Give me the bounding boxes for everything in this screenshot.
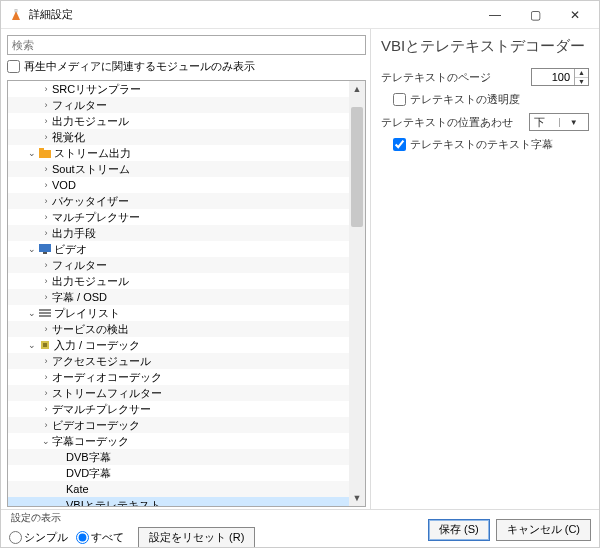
tree-item-label: 入力 / コーデック [54,338,140,353]
tree-item[interactable]: ⌄ストリーム出力 [8,145,349,161]
text-subtitle-checkbox[interactable] [393,138,406,151]
tree-item-label: フィルター [52,98,107,113]
chevron-right-icon[interactable]: › [40,100,52,110]
tree-item[interactable]: DVD字幕 [8,465,349,481]
tree-item-label: Kate [66,483,89,495]
tree-item[interactable]: ›フィルター [8,97,349,113]
chevron-down-icon[interactable]: ⌄ [26,340,38,350]
tree-item[interactable]: ›出力モジュール [8,273,349,289]
tree-item[interactable]: ›アクセスモジュール [8,353,349,369]
tree-item[interactable]: ›視覚化 [8,129,349,145]
tree-item[interactable]: ›サービスの検出 [8,321,349,337]
chevron-right-icon[interactable]: › [40,388,52,398]
radio-all[interactable]: すべて [76,530,124,545]
cancel-button[interactable]: キャンセル (C) [496,519,591,541]
tree-item-label: ビデオ [54,242,87,257]
maximize-button[interactable]: ▢ [515,1,555,29]
transparency-checkbox[interactable] [393,93,406,106]
tree-item-label: 出力モジュール [52,114,129,129]
chevron-right-icon[interactable]: › [40,404,52,414]
alignment-value: 下 [530,115,559,130]
tree-item[interactable]: Kate [8,481,349,497]
chevron-right-icon[interactable]: › [40,84,52,94]
transparency-label: テレテキストの透明度 [410,92,520,107]
teletext-page-input[interactable] [532,69,574,85]
chevron-down-icon[interactable]: ▼ [559,118,589,127]
tree-item[interactable]: VBIとテレテキスト [8,497,349,506]
tree-item[interactable]: ›マルチプレクサー [8,209,349,225]
reset-button[interactable]: 設定をリセット (R) [138,527,255,549]
playlist-icon [38,308,52,318]
tree-item-label: サービスの検出 [52,322,129,337]
chevron-right-icon[interactable]: › [40,196,52,206]
alignment-combo[interactable]: 下 ▼ [529,113,589,131]
tree-item[interactable]: ›ストリームフィルター [8,385,349,401]
tree-item[interactable]: ›デマルチプレクサー [8,401,349,417]
close-button[interactable]: ✕ [555,1,595,29]
chevron-right-icon[interactable]: › [40,228,52,238]
tree-item-label: VOD [52,179,76,191]
chevron-down-icon[interactable]: ⌄ [26,308,38,318]
tree-item[interactable]: ⌄プレイリスト [8,305,349,321]
tree-item[interactable]: ⌄入力 / コーデック [8,337,349,353]
tree-item[interactable]: ⌄字幕コーデック [8,433,349,449]
chevron-right-icon[interactable]: › [40,180,52,190]
right-pane: VBIとテレテキストデコーダー テレテキストのページ ▲▼ テレテキストの透明度… [371,29,599,509]
text-subtitle-label: テレテキストのテキスト字幕 [410,137,553,152]
tree-scrollbar[interactable]: ▲ ▼ [349,81,365,506]
svg-rect-1 [15,9,17,12]
radio-simple[interactable]: シンプル [9,530,68,545]
scroll-up-icon[interactable]: ▲ [349,81,365,97]
chevron-right-icon[interactable]: › [40,372,52,382]
tree-item[interactable]: ›フィルター [8,257,349,273]
spinner-down-icon[interactable]: ▼ [575,78,588,86]
save-button[interactable]: 保存 (S) [428,519,490,541]
folder-orange-icon [38,148,52,158]
tree-item[interactable]: ›出力モジュール [8,113,349,129]
tree-item-label: ストリーム出力 [54,146,131,161]
tree-item[interactable]: DVB字幕 [8,449,349,465]
chevron-right-icon[interactable]: › [40,292,52,302]
tree-item-label: ビデオコーデック [52,418,140,433]
svg-rect-2 [39,150,51,158]
chevron-right-icon[interactable]: › [40,116,52,126]
tree-item[interactable]: ›出力手段 [8,225,349,241]
chevron-right-icon[interactable]: › [40,260,52,270]
settings-tree[interactable]: ›SRCリサンプラー›フィルター›出力モジュール›視覚化⌄ストリーム出力›Sou… [7,80,366,507]
chevron-down-icon[interactable]: ⌄ [26,148,38,158]
tree-item[interactable]: ›オーディオコーデック [8,369,349,385]
chevron-right-icon[interactable]: › [40,324,52,334]
svg-rect-6 [39,309,51,311]
chevron-right-icon[interactable]: › [40,212,52,222]
teletext-page-spinner[interactable]: ▲▼ [531,68,589,86]
tree-item[interactable]: ›ビデオコーデック [8,417,349,433]
tree-item[interactable]: ›Soutストリーム [8,161,349,177]
scroll-thumb[interactable] [351,107,363,227]
spinner-up-icon[interactable]: ▲ [575,69,588,78]
tree-item[interactable]: ›パケッタイザー [8,193,349,209]
chevron-right-icon[interactable]: › [40,132,52,142]
chevron-down-icon[interactable]: ⌄ [40,436,52,446]
monitor-blue-icon [38,244,52,254]
svg-rect-8 [39,315,51,317]
tree-item[interactable]: ›SRCリサンプラー [8,81,349,97]
tree-item-label: 視覚化 [52,130,85,145]
chevron-right-icon[interactable]: › [40,276,52,286]
tree-item[interactable]: ›VOD [8,177,349,193]
only-related-modules-checkbox[interactable] [7,60,20,73]
chevron-right-icon[interactable]: › [40,164,52,174]
tree-item[interactable]: ⌄ビデオ [8,241,349,257]
chip-yellow-icon [38,339,52,351]
chevron-right-icon[interactable]: › [40,420,52,430]
svg-rect-4 [39,244,51,252]
scroll-down-icon[interactable]: ▼ [349,490,365,506]
titlebar: 詳細設定 — ▢ ✕ [1,1,599,29]
chevron-right-icon[interactable]: › [40,356,52,366]
chevron-down-icon[interactable]: ⌄ [26,244,38,254]
minimize-button[interactable]: — [475,1,515,29]
tree-item-label: DVB字幕 [66,450,111,465]
tree-item-label: 出力モジュール [52,274,129,289]
svg-rect-5 [43,252,47,254]
tree-item[interactable]: ›字幕 / OSD [8,289,349,305]
search-input[interactable] [7,35,366,55]
